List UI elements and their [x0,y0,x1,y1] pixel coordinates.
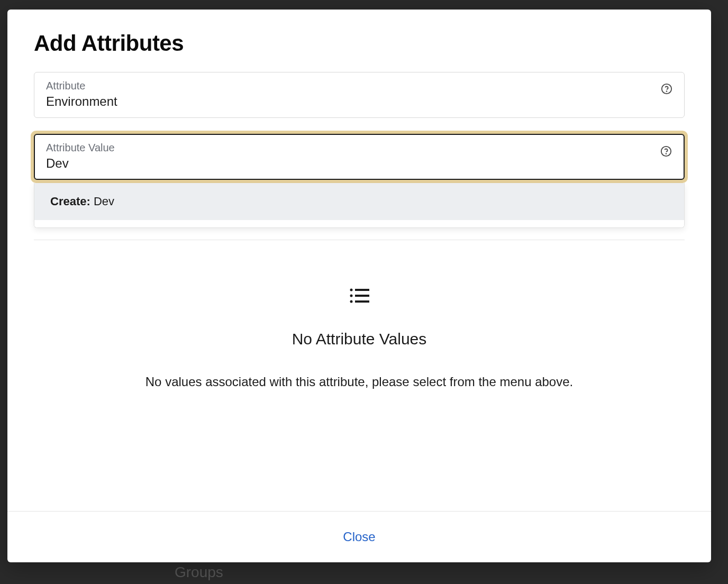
svg-point-4 [350,289,353,291]
svg-rect-7 [355,295,369,297]
create-value: Dev [94,195,114,208]
add-attributes-modal: Add Attributes Attribute Attribute Value [7,10,711,562]
empty-state: No Attribute Values No values associated… [34,240,685,389]
attribute-field[interactable]: Attribute [34,72,685,118]
help-icon[interactable] [660,145,672,157]
attribute-value-input[interactable] [46,156,641,171]
empty-state-title: No Attribute Values [34,330,685,348]
svg-rect-9 [355,300,369,303]
modal-title: Add Attributes [34,31,685,56]
modal-body: Add Attributes Attribute Attribute Value [7,10,711,511]
dropdown-spacer [34,220,684,227]
dropdown-create-option[interactable]: Create: Dev [34,183,684,220]
background-text: Groups [175,564,223,581]
list-icon [349,288,369,304]
create-label: Create: [50,195,94,208]
autocomplete-dropdown: Create: Dev [34,183,685,228]
close-button[interactable]: Close [343,530,375,544]
help-icon[interactable] [661,83,672,95]
attribute-field-label: Attribute [46,80,672,92]
attribute-input[interactable] [46,94,641,109]
svg-point-1 [667,91,667,92]
svg-point-6 [350,295,353,297]
svg-rect-5 [355,289,369,291]
empty-state-description: No values associated with this attribute… [34,375,685,389]
attribute-value-field-label: Attribute Value [46,142,672,154]
svg-point-3 [666,153,667,154]
attribute-value-field[interactable]: Attribute Value [34,134,685,180]
svg-point-8 [350,300,353,303]
attribute-value-field-wrap: Attribute Value [34,134,685,180]
modal-footer: Close [7,511,711,562]
